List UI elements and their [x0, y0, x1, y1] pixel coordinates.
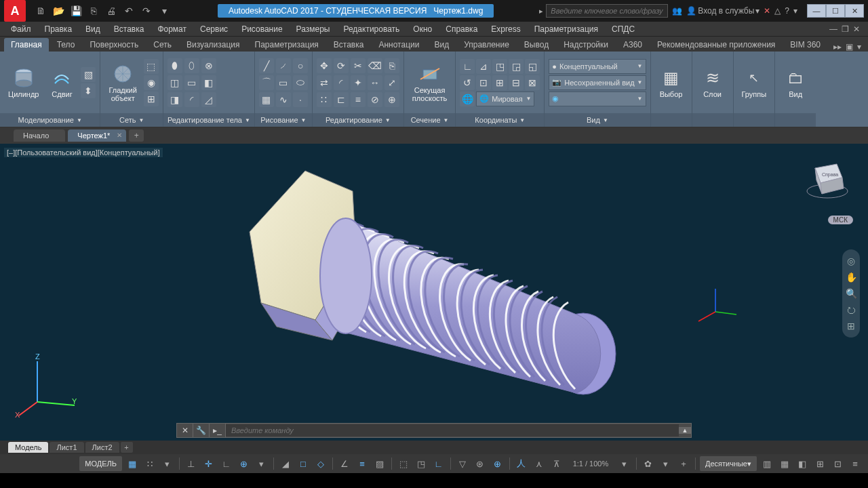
nav-zoom-icon[interactable]: 🔍	[845, 287, 857, 300]
array-icon[interactable]: ∷	[317, 92, 332, 107]
tab-bim360[interactable]: BIM 360	[783, 38, 827, 52]
panel-solidedit-label[interactable]: Редактирование тела▼	[163, 113, 254, 127]
command-input[interactable]	[226, 424, 679, 436]
ucs-icon-8[interactable]: ⊞	[492, 75, 507, 90]
tab-add-button[interactable]: +	[129, 129, 144, 142]
filter-icon[interactable]: ▽	[455, 456, 470, 471]
trim-icon[interactable]: ✂	[351, 58, 366, 73]
polar-dd-icon[interactable]: ▾	[254, 456, 269, 471]
ortho-icon[interactable]: ∟	[219, 456, 234, 471]
ucs-icon-7[interactable]: ⊡	[476, 75, 491, 90]
ucs-icon-10[interactable]: ⊠	[525, 75, 540, 90]
help-icon[interactable]: ?	[785, 6, 789, 16]
tab-a360[interactable]: A360	[616, 38, 649, 52]
3dosnap2-icon[interactable]: ◳	[414, 456, 429, 471]
close-button[interactable]: ✕	[845, 4, 864, 18]
groups-button[interactable]: ↖Группы	[738, 66, 771, 100]
subtract-icon[interactable]: ⬯	[184, 58, 199, 73]
layout-model[interactable]: Модель	[8, 442, 48, 453]
savedview-dropdown[interactable]: 📷Несохраненный вид▼	[549, 75, 646, 90]
tab-manage[interactable]: Управление	[457, 38, 516, 52]
annotation-icon[interactable]: ⊕	[490, 456, 505, 471]
panel-groups-label[interactable]	[734, 113, 775, 127]
layers-button[interactable]: ≋Слои	[696, 66, 729, 100]
menu-format[interactable]: Формат	[152, 23, 192, 35]
intersect-icon[interactable]: ⊗	[201, 58, 216, 73]
annoscale-icon[interactable]: 人	[514, 456, 529, 471]
signin-button[interactable]: 👤 Вход в службы ▾	[686, 6, 760, 16]
panel-mesh-label[interactable]: Сеть▼	[100, 113, 162, 127]
open-icon[interactable]: 📂	[53, 5, 64, 16]
rect-icon[interactable]: ▭	[276, 75, 291, 90]
align-icon[interactable]: ≡	[351, 92, 366, 107]
menu-draw[interactable]: Рисование	[236, 23, 288, 35]
minimize-button[interactable]: —	[807, 4, 826, 18]
cmd-expand-icon[interactable]: ▲	[679, 427, 691, 434]
fillet-icon[interactable]: ◜	[184, 92, 199, 107]
extrude-button[interactable]: Сдвиг	[45, 66, 78, 100]
doc-min-icon[interactable]: —	[829, 24, 837, 34]
transparency-icon[interactable]: ▨	[372, 456, 387, 471]
menu-dimension[interactable]: Размеры	[291, 23, 336, 35]
visualstyle-dropdown[interactable]: ●Концептуальный▼	[549, 59, 646, 74]
tab-home[interactable]: Главная	[4, 38, 49, 52]
viewport-controls[interactable]: [–][Пользовательский вид][Концептуальный…	[4, 148, 163, 157]
tab-addins[interactable]: Надстройки	[557, 38, 615, 52]
tab-solid[interactable]: Тело	[50, 38, 82, 52]
circle-icon[interactable]: ○	[293, 58, 308, 73]
cmd-close-icon[interactable]: ✕	[177, 424, 193, 437]
slice-icon[interactable]: ◫	[167, 75, 182, 90]
nav-show-icon[interactable]: ⊞	[845, 320, 857, 332]
menu-modify[interactable]: Редактировать	[338, 23, 405, 35]
tab-view[interactable]: Вид	[427, 38, 456, 52]
tab-start[interactable]: Начало	[14, 129, 65, 142]
exchange-icon[interactable]: ✕	[764, 6, 770, 16]
saveas-icon[interactable]: ⎘	[88, 5, 99, 16]
layout-add-button[interactable]: +	[121, 442, 133, 453]
qat-more-icon[interactable]: ▾	[159, 5, 170, 16]
mesh-less-icon[interactable]: ◉	[144, 75, 159, 90]
help-dd-icon[interactable]: ▾	[793, 6, 797, 16]
search-input[interactable]	[546, 4, 668, 18]
layout-sheet1[interactable]: Лист1	[50, 442, 83, 453]
ucs-icon-1[interactable]: ∟	[460, 59, 475, 74]
cmd-options-icon[interactable]: 🔧	[193, 424, 210, 437]
gizmo-icon[interactable]: ⊛	[473, 456, 488, 471]
tab-surface[interactable]: Поверхность	[83, 38, 145, 52]
viewport[interactable]: [–][Пользовательский вид][Концептуальный…	[0, 144, 868, 441]
tab-annotate[interactable]: Аннотации	[372, 38, 426, 52]
lineweight-icon[interactable]: ≡	[355, 456, 370, 471]
hardware-icon[interactable]: ⊞	[812, 456, 827, 471]
mirror-icon[interactable]: ⇄	[317, 75, 332, 90]
ucs-icon-9[interactable]: ⊟	[509, 75, 524, 90]
bolt-model[interactable]	[224, 164, 644, 435]
ucs-icon-2[interactable]: ⊿	[476, 59, 491, 74]
panel-select-label[interactable]	[651, 113, 692, 127]
mesh-more-icon[interactable]: ⬚	[144, 59, 159, 74]
scale-icon[interactable]: ⤢	[384, 75, 399, 90]
undo-icon[interactable]: ↶	[123, 5, 134, 16]
layout-sheet2[interactable]: Лист2	[85, 442, 119, 453]
search-caret-icon[interactable]: ▸	[539, 7, 543, 16]
customize-icon[interactable]: ≡	[848, 456, 863, 471]
tab-insert[interactable]: Вставка	[327, 38, 371, 52]
imprint-icon[interactable]: ◧	[201, 75, 216, 90]
save-icon[interactable]: 💾	[71, 5, 81, 16]
otrack-icon[interactable]: ∠	[337, 456, 352, 471]
panel-coords-label[interactable]: Координаты▼	[456, 113, 544, 127]
grid-icon[interactable]: ▦	[125, 456, 140, 471]
tab-visualize[interactable]: Визуализация	[180, 38, 247, 52]
tab-output[interactable]: Вывод	[517, 38, 555, 52]
menu-view[interactable]: Вид	[80, 23, 106, 35]
join-icon[interactable]: ⊕	[384, 92, 399, 107]
menu-insert[interactable]: Вставка	[108, 23, 150, 35]
rotate-icon[interactable]: ⟳	[334, 58, 349, 73]
panel-section-label[interactable]: Сечение▼	[404, 113, 455, 127]
menu-express[interactable]: Express	[486, 23, 526, 35]
polyline-icon[interactable]: ⟋	[276, 58, 291, 73]
menu-help[interactable]: Справка	[440, 23, 483, 35]
stretch-icon[interactable]: ↔	[368, 75, 382, 90]
tab-close-icon[interactable]: ✕	[117, 131, 122, 139]
fillet2-icon[interactable]: ◜	[334, 75, 349, 90]
union-icon[interactable]: ⬮	[167, 58, 182, 73]
